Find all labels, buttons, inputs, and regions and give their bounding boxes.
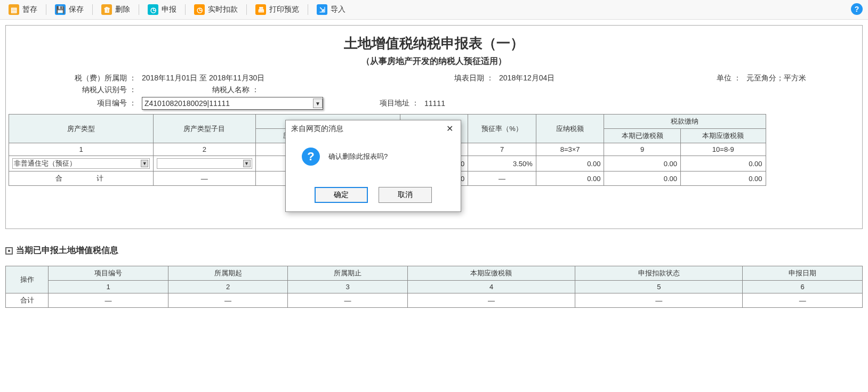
- question-icon: ?: [302, 148, 320, 166]
- dash: —: [168, 293, 288, 308]
- project-no-value: Z41010820180029|11111: [144, 99, 230, 108]
- save-button[interactable]: 💾保存: [52, 3, 87, 16]
- dialog-message: 确认删除此报表吗?: [328, 152, 388, 161]
- colnum: 5: [575, 281, 743, 293]
- print-icon: 🖶: [255, 4, 266, 15]
- dash: —: [407, 293, 575, 308]
- form-title: 土地增值税纳税申报表（一）: [9, 31, 859, 56]
- colnum: 8=3×7: [536, 143, 604, 156]
- separator: [92, 4, 93, 15]
- cell[interactable]: 0.00: [604, 156, 681, 172]
- col-pstart: 所属期起: [168, 266, 288, 281]
- chevron-down-icon: ▼: [141, 160, 148, 167]
- declare-button[interactable]: ◷申报: [144, 3, 180, 16]
- subtype-select[interactable]: ▼: [157, 158, 252, 169]
- deduct-button[interactable]: ◷实时扣款: [191, 3, 241, 16]
- cell[interactable]: 0.00: [681, 156, 766, 172]
- dash: —: [575, 293, 743, 308]
- type-value: 非普通住宅（预征）: [14, 159, 76, 168]
- separator: [246, 4, 247, 15]
- unit-value: 元至角分；平方米: [746, 74, 806, 83]
- list-icon: [5, 247, 13, 255]
- cell: 0.00: [681, 172, 766, 186]
- col-type: 房产类型: [9, 115, 154, 143]
- col-due: 本期应缴税额: [407, 266, 575, 281]
- help-icon[interactable]: ?: [851, 3, 863, 15]
- col-tax: 应纳税额: [536, 115, 604, 143]
- ok-button[interactable]: 确定: [315, 187, 368, 203]
- colnum: 9: [604, 143, 681, 156]
- chevron-down-icon: ▼: [243, 160, 251, 167]
- dash: —: [743, 293, 863, 308]
- colnum: 3: [288, 281, 408, 293]
- col-pend: 所属期止: [288, 266, 408, 281]
- taxpayer-name-label: 纳税人名称 ：: [184, 85, 259, 95]
- col-op: 操作: [6, 266, 49, 293]
- col-projno: 项目编号: [49, 266, 168, 281]
- separator: [139, 4, 139, 15]
- colnum: 1: [49, 281, 168, 293]
- colnum: 1: [9, 143, 154, 156]
- dash: —: [49, 293, 168, 308]
- colnum: 7: [468, 143, 536, 156]
- col-due: 本期应缴税额: [681, 129, 766, 143]
- colnum: 2: [168, 281, 288, 293]
- total-row: 合计 — — — — — —: [6, 293, 863, 308]
- unit-label: 单位 ：: [709, 74, 741, 83]
- cell: 0.00: [604, 172, 681, 186]
- period-value: 2018年11月01日 至 2018年11月30日: [142, 74, 264, 83]
- total-label: 合计: [6, 293, 49, 308]
- dash: —: [288, 293, 408, 308]
- import-button[interactable]: ⇲导入: [314, 3, 349, 16]
- toolbar: ▤暂存 💾保存 🗑删除 ◷申报 ◷实时扣款 🖶打印预览 ⇲导入 ?: [0, 0, 868, 20]
- declared-grid: 操作 项目编号 所属期起 所属期止 本期应缴税额 申报扣款状态 申报日期 1 2…: [5, 266, 863, 308]
- form-subtitle: （从事房地产开发的纳税人预征适用）: [9, 56, 859, 72]
- col-paid: 本期已缴税额: [604, 129, 681, 143]
- total-label: 合 计: [9, 172, 154, 186]
- col-payment: 税款缴纳: [604, 115, 766, 129]
- print-button[interactable]: 🖶打印预览: [252, 3, 302, 16]
- stash-button[interactable]: ▤暂存: [5, 3, 41, 16]
- section-title: 当期已申报土地增值税信息: [16, 245, 118, 256]
- declare-icon: ◷: [148, 4, 158, 15]
- delete-button[interactable]: 🗑删除: [98, 3, 133, 16]
- project-no-combo[interactable]: Z41010820180029|11111 ▼: [142, 97, 323, 110]
- cancel-button[interactable]: 取消: [379, 187, 432, 203]
- separator: [185, 4, 186, 15]
- dash: —: [154, 172, 255, 186]
- filldate-label: 填表日期 ：: [419, 74, 494, 83]
- colnum: 4: [407, 281, 575, 293]
- filldate-value: 2018年12月04日: [499, 74, 554, 83]
- delete-icon: 🗑: [101, 4, 112, 15]
- separator: [308, 4, 308, 15]
- cell: 0.00: [536, 172, 604, 186]
- project-addr-value: 11111: [424, 99, 445, 108]
- dialog-title: 来自网页的消息: [291, 124, 343, 134]
- colnum: 10=8-9: [681, 143, 766, 156]
- taxpayer-id-label: 纳税人识别号 ：: [62, 85, 136, 95]
- cell: —: [468, 172, 536, 186]
- confirm-dialog: 来自网页的消息 ✕ ? 确认删除此报表吗? 确定 取消: [285, 120, 461, 212]
- close-icon[interactable]: ✕: [444, 124, 455, 134]
- type-select[interactable]: 非普通住宅（预征） ▼: [12, 158, 150, 169]
- col-date: 申报日期: [743, 266, 863, 281]
- deduct-icon: ◷: [194, 4, 205, 15]
- project-no-label: 项目编号 ：: [62, 99, 136, 108]
- cell[interactable]: 3.50%: [468, 156, 536, 172]
- separator: [46, 4, 46, 15]
- import-icon: ⇲: [317, 4, 327, 15]
- colnum: 2: [154, 143, 255, 156]
- project-addr-label: 项目地址 ：: [344, 99, 419, 108]
- stash-icon: ▤: [9, 4, 19, 15]
- chevron-down-icon: ▼: [313, 99, 323, 108]
- section-header: 当期已申报土地增值税信息: [5, 245, 863, 256]
- save-icon: 💾: [55, 4, 66, 15]
- col-rate: 预征率（%）: [468, 115, 536, 143]
- period-label: 税（费）所属期 ：: [62, 74, 136, 83]
- cell[interactable]: 0.00: [536, 156, 604, 172]
- colnum: 6: [743, 281, 863, 293]
- col-status: 申报扣款状态: [575, 266, 743, 281]
- col-subtype: 房产类型子目: [154, 115, 255, 143]
